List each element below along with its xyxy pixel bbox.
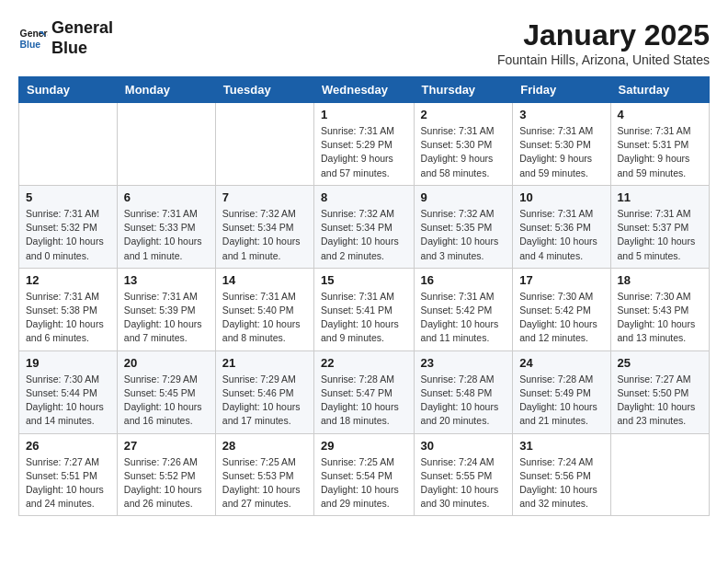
calendar-cell: 26Sunrise: 7:27 AM Sunset: 5:51 PM Dayli… — [19, 433, 118, 516]
calendar-cell — [19, 103, 118, 186]
day-number: 27 — [124, 439, 209, 453]
calendar-cell: 7Sunrise: 7:32 AM Sunset: 5:34 PM Daylig… — [215, 185, 313, 268]
weekday-header: Saturday — [610, 77, 709, 103]
day-info: Sunrise: 7:31 AM Sunset: 5:30 PM Dayligh… — [421, 124, 506, 180]
calendar-cell: 1Sunrise: 7:31 AM Sunset: 5:29 PM Daylig… — [314, 103, 415, 186]
day-info: Sunrise: 7:28 AM Sunset: 5:47 PM Dayligh… — [321, 373, 407, 429]
day-number: 20 — [124, 356, 209, 370]
day-number: 25 — [618, 356, 702, 370]
subtitle: Fountain Hills, Arizona, United States — [497, 52, 710, 67]
day-number: 11 — [618, 190, 702, 204]
day-number: 16 — [421, 273, 506, 287]
calendar-cell: 19Sunrise: 7:30 AM Sunset: 5:44 PM Dayli… — [19, 350, 118, 433]
day-number: 30 — [421, 439, 506, 453]
day-number: 14 — [222, 273, 307, 287]
day-number: 23 — [421, 356, 506, 370]
day-info: Sunrise: 7:27 AM Sunset: 5:50 PM Dayligh… — [618, 373, 702, 429]
calendar-cell: 28Sunrise: 7:25 AM Sunset: 5:53 PM Dayli… — [215, 433, 313, 516]
calendar-cell: 10Sunrise: 7:31 AM Sunset: 5:36 PM Dayli… — [513, 185, 610, 268]
calendar-cell: 4Sunrise: 7:31 AM Sunset: 5:31 PM Daylig… — [610, 103, 709, 186]
day-info: Sunrise: 7:31 AM Sunset: 5:38 PM Dayligh… — [26, 290, 110, 346]
day-number: 2 — [421, 108, 506, 121]
day-info: Sunrise: 7:31 AM Sunset: 5:37 PM Dayligh… — [618, 207, 702, 263]
calendar-cell: 13Sunrise: 7:31 AM Sunset: 5:39 PM Dayli… — [117, 268, 215, 350]
calendar-cell: 9Sunrise: 7:32 AM Sunset: 5:35 PM Daylig… — [414, 185, 513, 268]
logo-text: General Blue — [51, 18, 113, 58]
day-number: 8 — [321, 190, 407, 204]
day-info: Sunrise: 7:24 AM Sunset: 5:56 PM Dayligh… — [519, 455, 603, 511]
day-number: 24 — [519, 356, 603, 370]
calendar-cell: 20Sunrise: 7:29 AM Sunset: 5:45 PM Dayli… — [117, 350, 215, 433]
day-info: Sunrise: 7:24 AM Sunset: 5:55 PM Dayligh… — [421, 455, 506, 511]
calendar-cell: 17Sunrise: 7:30 AM Sunset: 5:42 PM Dayli… — [513, 268, 610, 350]
weekday-header: Thursday — [414, 77, 513, 103]
day-info: Sunrise: 7:31 AM Sunset: 5:40 PM Dayligh… — [222, 290, 307, 346]
day-info: Sunrise: 7:29 AM Sunset: 5:45 PM Dayligh… — [124, 373, 209, 429]
calendar-cell: 14Sunrise: 7:31 AM Sunset: 5:40 PM Dayli… — [215, 268, 313, 350]
calendar-week-row: 1Sunrise: 7:31 AM Sunset: 5:29 PM Daylig… — [19, 103, 710, 186]
day-number: 17 — [519, 273, 603, 287]
calendar-cell: 3Sunrise: 7:31 AM Sunset: 5:30 PM Daylig… — [513, 103, 610, 186]
day-number: 28 — [222, 439, 307, 453]
day-info: Sunrise: 7:25 AM Sunset: 5:53 PM Dayligh… — [222, 455, 307, 511]
day-number: 3 — [519, 108, 603, 121]
weekday-header: Tuesday — [215, 77, 313, 103]
calendar-cell: 5Sunrise: 7:31 AM Sunset: 5:32 PM Daylig… — [19, 185, 118, 268]
calendar-cell: 31Sunrise: 7:24 AM Sunset: 5:56 PM Dayli… — [513, 433, 610, 516]
logo-line1: General — [51, 18, 113, 39]
day-info: Sunrise: 7:30 AM Sunset: 5:44 PM Dayligh… — [26, 373, 110, 429]
day-info: Sunrise: 7:26 AM Sunset: 5:52 PM Dayligh… — [124, 455, 209, 511]
day-info: Sunrise: 7:31 AM Sunset: 5:33 PM Dayligh… — [124, 207, 209, 263]
day-number: 21 — [222, 356, 307, 370]
day-info: Sunrise: 7:32 AM Sunset: 5:34 PM Dayligh… — [222, 207, 307, 263]
weekday-header: Friday — [513, 77, 610, 103]
day-number: 18 — [618, 273, 702, 287]
day-number: 6 — [124, 190, 209, 204]
calendar-cell: 27Sunrise: 7:26 AM Sunset: 5:52 PM Dayli… — [117, 433, 215, 516]
page-header: General Blue General Blue January 2025 F… — [18, 18, 710, 67]
day-info: Sunrise: 7:31 AM Sunset: 5:30 PM Dayligh… — [519, 124, 603, 180]
day-info: Sunrise: 7:30 AM Sunset: 5:42 PM Dayligh… — [519, 290, 603, 346]
weekday-header: Monday — [117, 77, 215, 103]
calendar-cell: 21Sunrise: 7:29 AM Sunset: 5:46 PM Dayli… — [215, 350, 313, 433]
calendar-cell: 11Sunrise: 7:31 AM Sunset: 5:37 PM Dayli… — [610, 185, 709, 268]
day-info: Sunrise: 7:32 AM Sunset: 5:35 PM Dayligh… — [421, 207, 506, 263]
calendar-cell: 25Sunrise: 7:27 AM Sunset: 5:50 PM Dayli… — [610, 350, 709, 433]
weekday-header: Sunday — [19, 77, 118, 103]
day-info: Sunrise: 7:31 AM Sunset: 5:42 PM Dayligh… — [421, 290, 506, 346]
calendar-cell: 23Sunrise: 7:28 AM Sunset: 5:48 PM Dayli… — [414, 350, 513, 433]
day-number: 31 — [519, 439, 603, 453]
calendar-cell: 8Sunrise: 7:32 AM Sunset: 5:34 PM Daylig… — [314, 185, 415, 268]
title-block: January 2025 Fountain Hills, Arizona, Un… — [497, 18, 710, 67]
calendar-cell: 12Sunrise: 7:31 AM Sunset: 5:38 PM Dayli… — [19, 268, 118, 350]
logo-line2: Blue — [51, 39, 113, 59]
day-number: 15 — [321, 273, 407, 287]
svg-text:Blue: Blue — [20, 39, 41, 49]
day-info: Sunrise: 7:29 AM Sunset: 5:46 PM Dayligh… — [222, 373, 307, 429]
day-info: Sunrise: 7:31 AM Sunset: 5:39 PM Dayligh… — [124, 290, 209, 346]
day-info: Sunrise: 7:30 AM Sunset: 5:43 PM Dayligh… — [618, 290, 702, 346]
day-number: 13 — [124, 273, 209, 287]
calendar-cell: 29Sunrise: 7:25 AM Sunset: 5:54 PM Dayli… — [314, 433, 415, 516]
calendar-cell: 2Sunrise: 7:31 AM Sunset: 5:30 PM Daylig… — [414, 103, 513, 186]
day-number: 7 — [222, 190, 307, 204]
day-number: 9 — [421, 190, 506, 204]
day-info: Sunrise: 7:31 AM Sunset: 5:31 PM Dayligh… — [618, 124, 702, 180]
calendar-week-row: 12Sunrise: 7:31 AM Sunset: 5:38 PM Dayli… — [19, 268, 710, 350]
logo: General Blue General Blue — [18, 18, 113, 58]
day-info: Sunrise: 7:28 AM Sunset: 5:49 PM Dayligh… — [519, 373, 603, 429]
day-info: Sunrise: 7:31 AM Sunset: 5:29 PM Dayligh… — [321, 124, 407, 180]
day-number: 19 — [26, 356, 110, 370]
day-number: 1 — [321, 108, 407, 121]
day-info: Sunrise: 7:31 AM Sunset: 5:36 PM Dayligh… — [519, 207, 603, 263]
calendar-cell: 30Sunrise: 7:24 AM Sunset: 5:55 PM Dayli… — [414, 433, 513, 516]
calendar-cell: 22Sunrise: 7:28 AM Sunset: 5:47 PM Dayli… — [314, 350, 415, 433]
calendar-cell: 24Sunrise: 7:28 AM Sunset: 5:49 PM Dayli… — [513, 350, 610, 433]
day-info: Sunrise: 7:25 AM Sunset: 5:54 PM Dayligh… — [321, 455, 407, 511]
calendar: SundayMondayTuesdayWednesdayThursdayFrid… — [18, 76, 710, 516]
calendar-week-row: 5Sunrise: 7:31 AM Sunset: 5:32 PM Daylig… — [19, 185, 710, 268]
day-number: 10 — [519, 190, 603, 204]
day-number: 26 — [26, 439, 110, 453]
calendar-cell: 18Sunrise: 7:30 AM Sunset: 5:43 PM Dayli… — [610, 268, 709, 350]
calendar-cell: 15Sunrise: 7:31 AM Sunset: 5:41 PM Dayli… — [314, 268, 415, 350]
